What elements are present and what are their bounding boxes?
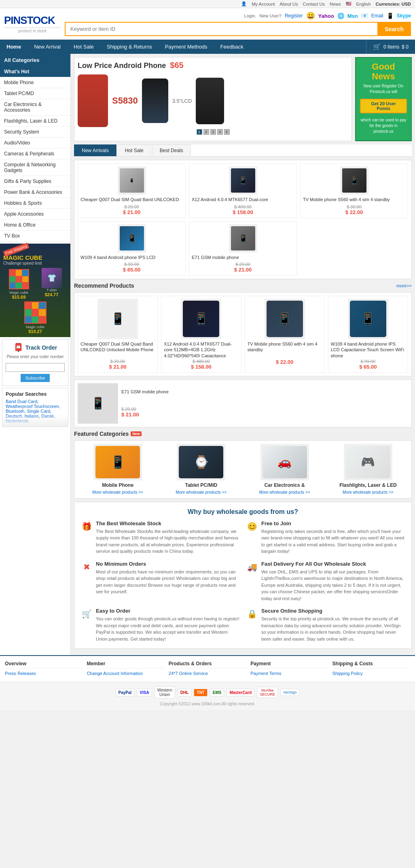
cart-button[interactable]: 🛒 0 Items $ 0	[366, 40, 415, 54]
dot-2[interactable]: 2	[203, 129, 209, 135]
sidebar-item-gifts[interactable]: Gifts & Party Supplies	[0, 176, 70, 187]
rec-name-4: E71 GSM mobile phone	[121, 389, 169, 405]
skype-link[interactable]: Skype	[397, 13, 411, 19]
my-account-link[interactable]: My Account	[252, 2, 275, 6]
dot-3[interactable]: 3	[210, 129, 216, 135]
product-old-price-4: $ 29.00	[192, 262, 294, 267]
nav-feedback[interactable]: Feedback	[214, 40, 250, 54]
sidebar-item-flashlights[interactable]: Flashlights, Laser & LED	[0, 116, 70, 127]
footer-col-3: Payment Payment Terms	[250, 661, 328, 677]
sidebar-item-audio-video[interactable]: Audio/Video	[0, 138, 70, 149]
points-button[interactable]: Get 20 User Points	[360, 99, 407, 113]
track-order-input[interactable]	[6, 363, 65, 372]
footer-col-0-link-0[interactable]: Press Releases	[5, 671, 83, 676]
sidebar-item-whats-hot[interactable]: What's Hot	[0, 66, 70, 77]
track-order-box: 📮 Track Order Please enter your order nu…	[2, 339, 68, 386]
popular-searches: Popular Searches Band Dual Card, Weather…	[2, 388, 68, 427]
yahoo-link[interactable]: Yahoo	[318, 13, 334, 19]
header: PINSTOCK product in stock Login. New Use…	[0, 8, 415, 40]
cube-item2-price: $24.77	[36, 292, 67, 297]
nav-new-arrival[interactable]: New Arrival	[28, 40, 67, 54]
why-icon-5: 🔒	[246, 608, 258, 620]
feat-name-2: Car Electronics &	[245, 482, 325, 488]
popular-tags[interactable]: Band Dual Card, Weatherproof Touchscreen…	[6, 399, 65, 423]
why-item-2-content: No Minimum Orders Most of our products h…	[96, 561, 240, 595]
feat-link-0[interactable]: More wholesale products >>	[92, 490, 143, 494]
product-price-0: $ 21.00	[80, 209, 183, 215]
about-us-link[interactable]: About Us	[279, 2, 298, 6]
sidebar-item-power-bank[interactable]: Power Bank & Accessories	[0, 187, 70, 198]
footer-col-2-link-0[interactable]: 24*7 Online Service	[169, 671, 246, 676]
rec-img-4: 📱	[78, 383, 118, 424]
feat-link-3[interactable]: More wholesale products >>	[343, 490, 394, 494]
why-item-5-text: Security is the top priority at pinstock…	[261, 615, 405, 642]
product-tabs: New Arrivals Hot Sale Best Deals	[74, 144, 412, 157]
feat-card-0: 📱 Mobile Phone More wholesale products >…	[78, 444, 158, 495]
recommend-more-link[interactable]: more>>	[396, 283, 412, 288]
msn-link[interactable]: Msn	[347, 13, 358, 19]
feat-link-1[interactable]: More wholesale products >>	[176, 490, 227, 494]
language-select[interactable]: English	[356, 2, 371, 6]
nav-hot-sale[interactable]: Hot Sale	[67, 40, 100, 54]
footer-col-0-title: Overview	[5, 661, 83, 669]
featured-new-badge: New	[131, 431, 142, 436]
dot-1[interactable]: 1	[197, 129, 202, 135]
new-user-text: New User?	[260, 13, 282, 18]
footer-col-4-link-0[interactable]: Shipping Policy	[332, 671, 410, 676]
product-price-4: $ 21.00	[192, 267, 294, 273]
product-card-3: 📱 W109 4 band Android phone IPS LCD $ 99…	[78, 221, 186, 276]
sidebar-item-car-electronics[interactable]: Car Electronics & Accessories	[0, 99, 70, 116]
rec-card-4-row: 📱 E71 GSM mobile phone $ 29.00 $ 21.00	[74, 380, 412, 427]
tab-hot-sale[interactable]: Hot Sale	[117, 144, 151, 156]
phone-black-2	[196, 78, 224, 124]
sidebar-item-mobile-phone[interactable]: Mobile Phone	[0, 77, 70, 88]
footer-col-1-link-0[interactable]: Change Account Information	[87, 671, 164, 676]
rec-img-2: 📱	[265, 299, 305, 339]
contact-us-link[interactable]: Contact Us	[303, 2, 325, 6]
why-item-3-text: We use DHL, EMS and UPS to ship all our …	[261, 569, 405, 602]
sidebar-item-security[interactable]: Security System	[0, 127, 70, 138]
product-price-3: $ 65.00	[80, 267, 183, 273]
product-img-2: 📱	[340, 166, 368, 195]
popular-title: Popular Searches	[6, 391, 65, 397]
tab-new-arrivals[interactable]: New Arrivals	[74, 144, 116, 156]
footer-col-3-link-0[interactable]: Payment Terms	[250, 671, 328, 676]
ems-icon: EMS	[210, 689, 224, 696]
sidebar-item-computer[interactable]: Computer & Networking Gadgets	[0, 159, 70, 176]
recommend-header: Recommend Products more>>	[74, 282, 412, 289]
footer-payment: PayPal VISA WesternUnion DHL TNT EMS Mas…	[0, 682, 415, 710]
sidebar-item-hobbies[interactable]: Hobbies & Sports	[0, 198, 70, 209]
rec-img-3: 📱	[348, 299, 388, 339]
sidebar-item-tv-box[interactable]: TV Box	[0, 231, 70, 242]
dhl-icon: DHL	[178, 689, 192, 696]
sidebar-item-tablet[interactable]: Tablet PC/MD	[0, 88, 70, 99]
register-link[interactable]: Register	[285, 13, 303, 19]
news-link[interactable]: News	[330, 2, 341, 6]
nav-home[interactable]: Home	[0, 40, 28, 54]
account-icon: 👤	[241, 1, 247, 6]
rec-card-1: 📱 X12 Android 4.0.4 MTK6577 Dual-core 51…	[161, 296, 241, 373]
rec-old-price-0: $ 20.00	[80, 359, 155, 364]
sidebar-item-home-office[interactable]: Home & Office	[0, 220, 70, 231]
cube-item2-label: T-shirt	[36, 288, 67, 292]
email-link[interactable]: Email	[371, 13, 383, 19]
nav-payment[interactable]: Payment Methods	[159, 40, 214, 54]
banner-phone-area: S5830 3.5"LCD	[78, 74, 348, 127]
nav-shipping[interactable]: Shipping & Returns	[100, 40, 159, 54]
header-right: Login. New User? Register 😀 Yahoo 🌐 Msn …	[65, 11, 411, 36]
search-button[interactable]: Search	[377, 22, 411, 36]
dot-5[interactable]: 5	[224, 129, 230, 135]
sidebar-item-apple[interactable]: Apple Accessories	[0, 209, 70, 220]
nav-bar: Home New Arrival Hot Sale Shipping & Ret…	[0, 40, 415, 54]
dot-4[interactable]: 4	[217, 129, 223, 135]
tab-best-deals[interactable]: Best Deals	[152, 144, 191, 156]
msn-icon: 🌐	[337, 13, 344, 19]
sidebar-item-cameras[interactable]: Cameras & Peripherals	[0, 149, 70, 159]
feat-link-2[interactable]: More wholesale products >>	[259, 490, 310, 494]
feat-card-1: ⌚ Tablet PC/MID More wholesale products …	[161, 444, 241, 495]
new-arrivals-grid: 📱 Cheaper Q007 Dual SIM Quad Band UNLCOK…	[74, 160, 412, 279]
why-item-2: ✖ No Minimum Orders Most of our products…	[80, 561, 240, 602]
search-input[interactable]	[65, 22, 377, 36]
product-old-price-1: $ 400.00	[192, 204, 294, 209]
subscribe-button[interactable]: Subscribe	[21, 374, 50, 382]
